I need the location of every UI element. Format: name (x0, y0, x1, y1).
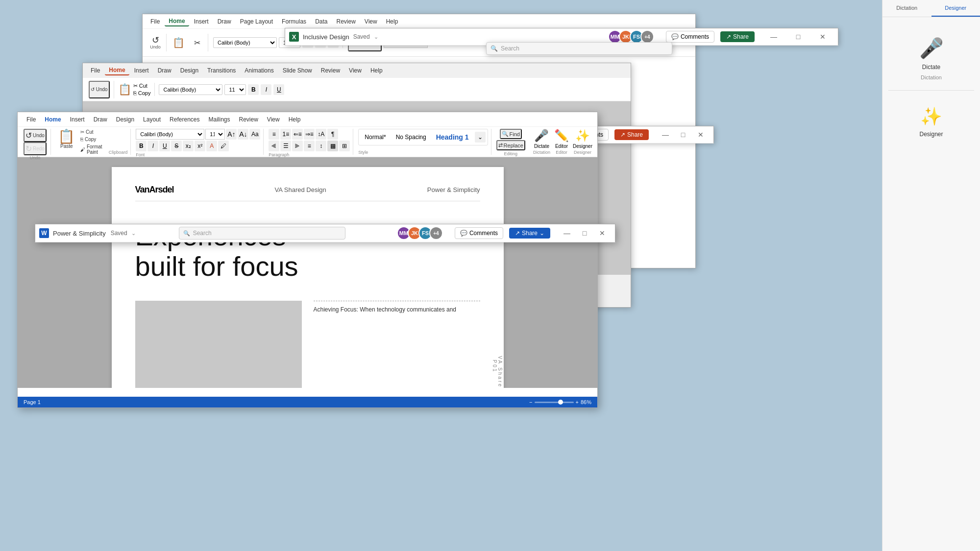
right-panel-tab-designer[interactable]: Designer (931, 0, 980, 17)
word-editor-button[interactable]: ✏️ Editor Editor (554, 129, 569, 155)
excel-menu-home[interactable]: Home (165, 17, 189, 26)
word-paste-button[interactable]: 📋 Paste (56, 129, 77, 150)
ppt-menu-transitions[interactable]: Transitions (203, 66, 240, 75)
ppt-undo-button[interactable]: ↺ Undo (89, 81, 110, 98)
word-underline-btn[interactable]: U (159, 141, 170, 151)
ppt-menu-draw[interactable]: Draw (154, 66, 175, 75)
word-font-color-btn[interactable]: A (206, 141, 217, 151)
zoom-slider[interactable] (535, 402, 574, 403)
ppt-cut-btn[interactable]: ✂ Cut (133, 83, 151, 89)
ppt-menu-slideshow[interactable]: Slide Show (279, 66, 316, 75)
word-sort-btn[interactable]: ↕A (316, 129, 326, 140)
excel-maximize-button[interactable]: □ (787, 30, 809, 44)
excel-saved-chevron[interactable]: ⌄ (374, 34, 378, 40)
word-find-button[interactable]: 🔍 Find (500, 129, 522, 139)
word-font-select[interactable]: Calibri (Body) (136, 129, 204, 140)
right-panel-designer-icon[interactable]: ✨ (920, 106, 942, 127)
ppt-italic-btn[interactable]: I (261, 84, 271, 95)
excel-menu-file[interactable]: File (147, 17, 164, 26)
excel-close-button[interactable]: ✕ (811, 30, 834, 44)
ppt-paste-btn[interactable]: 📋 (118, 83, 131, 96)
word-superscript-btn[interactable]: x² (195, 141, 205, 151)
ppt-maximize-button[interactable]: □ (674, 128, 692, 142)
ppt-menu-review[interactable]: Review (317, 66, 344, 75)
word-format-paint-button[interactable]: 🖌 Format Paint (79, 144, 107, 155)
ppt-menu-file[interactable]: File (87, 66, 104, 75)
excel-menu-formulas[interactable]: Formulas (278, 17, 310, 26)
word-align-center-btn[interactable]: ☰ (280, 141, 291, 151)
ppt-menu-design[interactable]: Design (176, 66, 202, 75)
excel-share-button[interactable]: ↗ Share (720, 31, 755, 42)
ppt-menu-view[interactable]: View (345, 66, 366, 75)
word-undo-button[interactable]: ↺ Undo (24, 129, 47, 142)
word-menu-home[interactable]: Home (41, 115, 65, 124)
word-indent-dec-btn[interactable]: ⇐≡ (292, 129, 303, 140)
word-align-right-btn[interactable]: ⫸ (292, 141, 303, 151)
word-align-left-btn[interactable]: ⫷ (269, 141, 279, 151)
word-line-spacing-btn[interactable]: ↕ (316, 141, 326, 151)
ppt-bold-btn[interactable]: B (248, 84, 259, 95)
zoom-plus-btn[interactable]: + (576, 399, 579, 405)
word-clear-format-btn[interactable]: Aa (249, 129, 260, 140)
word-redo-button[interactable]: ↻ Redo (24, 142, 47, 155)
word-scroll-area[interactable]: VanArsdel VA Shared Design Power & Simpl… (18, 157, 597, 388)
excel-cut-button[interactable]: ✂ (188, 34, 206, 51)
word-close-button[interactable]: ✕ (593, 226, 611, 240)
excel-paste-button[interactable]: 📋 (170, 34, 187, 51)
word-indent-inc-btn[interactable]: ⇒≡ (304, 129, 315, 140)
word-strikethrough-btn[interactable]: S (171, 141, 182, 151)
ppt-menu-help[interactable]: Help (367, 66, 387, 75)
word-numbering-btn[interactable]: 1≡ (280, 129, 291, 140)
word-menu-layout[interactable]: Layout (139, 115, 165, 124)
word-shading-btn[interactable]: ▩ (327, 141, 338, 151)
excel-undo-button[interactable]: ↺ Undo (147, 34, 164, 51)
word-font-size[interactable]: 11 (205, 129, 225, 140)
word-menu-design[interactable]: Design (112, 115, 138, 124)
word-style-normal[interactable]: Normal* (361, 132, 390, 143)
word-borders-btn[interactable]: ⊞ (339, 141, 350, 151)
excel-search-box[interactable]: 🔍 Search (486, 42, 672, 55)
word-cut-button[interactable]: ✂ Cut (79, 129, 107, 135)
excel-font-select[interactable]: Calibri (Body) (213, 37, 277, 48)
excel-menu-draw[interactable]: Draw (214, 17, 235, 26)
ppt-minimize-button[interactable]: — (657, 128, 674, 142)
excel-menu-review[interactable]: Review (332, 17, 359, 26)
ppt-font-size[interactable]: 11 (224, 84, 246, 95)
word-minimize-button[interactable]: — (558, 226, 576, 240)
word-share-button[interactable]: ↗ Share ⌄ (509, 228, 550, 239)
excel-comments-button[interactable]: 💬 Comments (666, 31, 714, 43)
ppt-font-select[interactable]: Calibri (Body) (159, 84, 222, 95)
word-justify-btn[interactable]: ≡ (304, 141, 315, 151)
word-subscript-btn[interactable]: x₂ (183, 141, 194, 151)
word-copy-button[interactable]: ⎘ Copy (79, 136, 107, 143)
word-menu-file[interactable]: File (23, 115, 40, 124)
word-shrink-font-btn[interactable]: A↓ (238, 129, 248, 140)
excel-menu-view[interactable]: View (361, 17, 381, 26)
word-saved-chevron[interactable]: ⌄ (131, 230, 136, 237)
ppt-underline-btn[interactable]: U (273, 84, 284, 95)
excel-menu-data[interactable]: Data (311, 17, 331, 26)
word-menu-help[interactable]: Help (285, 115, 305, 124)
word-menu-view[interactable]: View (263, 115, 284, 124)
word-highlight-btn[interactable]: 🖊 (218, 141, 229, 151)
word-dictate-button[interactable]: 🎤 Dictate Dictation (533, 129, 550, 155)
zoom-minus-btn[interactable]: − (529, 399, 532, 405)
ppt-share-button[interactable]: ↗ Share (614, 129, 649, 140)
excel-minimize-button[interactable]: — (762, 30, 785, 44)
excel-menu-help[interactable]: Help (382, 17, 402, 26)
right-panel-microphone-icon[interactable]: 🎤 (919, 37, 944, 60)
word-menu-references[interactable]: References (166, 115, 203, 124)
ppt-menu-animations[interactable]: Animations (241, 66, 277, 75)
excel-menu-insert[interactable]: Insert (190, 17, 213, 26)
word-style-no-spacing[interactable]: No Spacing (392, 132, 430, 143)
word-grow-font-btn[interactable]: A↑ (226, 129, 237, 140)
word-bold-btn[interactable]: B (136, 141, 147, 151)
word-maximize-button[interactable]: □ (576, 226, 593, 240)
right-panel-tab-dictation[interactable]: Dictation (882, 0, 931, 17)
word-pilcrow-btn[interactable]: ¶ (327, 129, 338, 140)
word-menu-draw[interactable]: Draw (90, 115, 111, 124)
ppt-copy-btn[interactable]: ⎘ Copy (133, 90, 151, 96)
ppt-close-button[interactable]: ✕ (692, 128, 710, 142)
word-bullets-btn[interactable]: ≡ (269, 129, 279, 140)
word-replace-button[interactable]: ⇄ Replace (496, 140, 525, 150)
